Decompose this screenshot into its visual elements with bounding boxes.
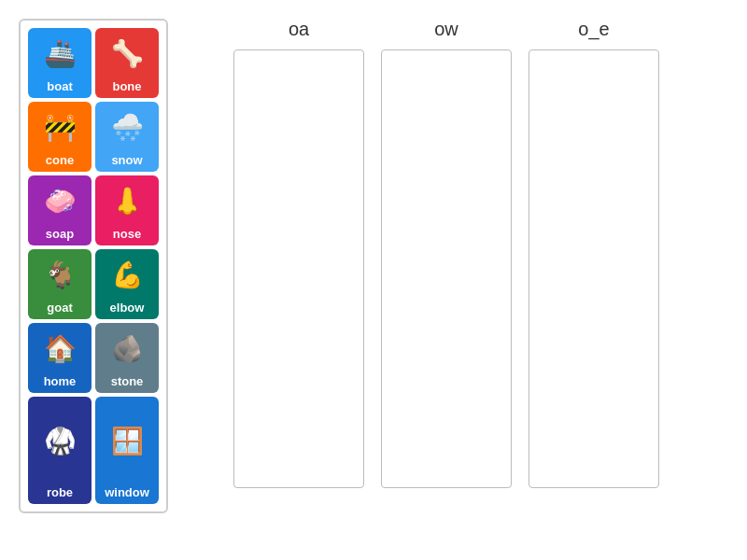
boat-label: boat: [47, 78, 72, 95]
window-icon: 🪟: [95, 397, 159, 484]
column-o_e: o_e: [529, 19, 659, 513]
bone-label: bone: [112, 78, 141, 95]
card-window[interactable]: 🪟 window: [95, 397, 159, 504]
soap-icon: 🧼: [28, 175, 92, 226]
card-boat[interactable]: 🚢 boat: [28, 28, 92, 98]
window-label: window: [105, 484, 149, 501]
stone-icon: 🪨: [95, 323, 159, 373]
cards-panel: 🚢 boat 🦴 bone 🚧 cone 🌨️ snow 🧼 soap 👃 no…: [19, 19, 168, 513]
home-icon: 🏠: [28, 323, 92, 373]
robe-icon: 🥋: [28, 397, 92, 484]
cone-label: cone: [46, 152, 74, 169]
column-header-o_e: o_e: [529, 19, 659, 40]
nose-icon: 👃: [95, 175, 159, 226]
snow-icon: 🌨️: [95, 102, 159, 152]
column-oa: oa: [233, 19, 364, 513]
bone-icon: 🦴: [95, 28, 159, 78]
column-header-oa: oa: [233, 19, 364, 40]
card-elbow[interactable]: 💪 elbow: [95, 249, 159, 319]
card-goat[interactable]: 🐐 goat: [28, 249, 92, 319]
home-label: home: [44, 373, 77, 390]
drop-zone-o_e[interactable]: [529, 49, 659, 488]
snow-label: snow: [111, 152, 142, 169]
card-cone[interactable]: 🚧 cone: [28, 102, 92, 172]
card-snow[interactable]: 🌨️ snow: [95, 102, 159, 172]
drop-zone-oa[interactable]: [233, 49, 364, 488]
nose-label: nose: [113, 226, 141, 243]
elbow-label: elbow: [110, 300, 145, 316]
card-robe[interactable]: 🥋 robe: [28, 397, 92, 504]
column-ow: ow: [381, 19, 512, 513]
card-bone[interactable]: 🦴 bone: [95, 28, 159, 98]
column-header-ow: ow: [381, 19, 512, 40]
elbow-icon: 💪: [95, 249, 159, 300]
card-soap[interactable]: 🧼 soap: [28, 175, 92, 245]
stone-label: stone: [111, 373, 144, 390]
drop-zones: oaowo_e: [233, 19, 659, 513]
drop-zone-ow[interactable]: [381, 49, 512, 488]
goat-icon: 🐐: [28, 249, 92, 300]
soap-label: soap: [46, 226, 74, 243]
card-home[interactable]: 🏠 home: [28, 323, 92, 393]
card-nose[interactable]: 👃 nose: [95, 175, 159, 245]
cone-icon: 🚧: [28, 102, 92, 152]
robe-label: robe: [47, 484, 73, 501]
card-stone[interactable]: 🪨 stone: [95, 323, 159, 393]
main-container: 🚢 boat 🦴 bone 🚧 cone 🌨️ snow 🧼 soap 👃 no…: [0, 0, 747, 532]
boat-icon: 🚢: [28, 28, 92, 78]
goat-label: goat: [47, 300, 72, 316]
